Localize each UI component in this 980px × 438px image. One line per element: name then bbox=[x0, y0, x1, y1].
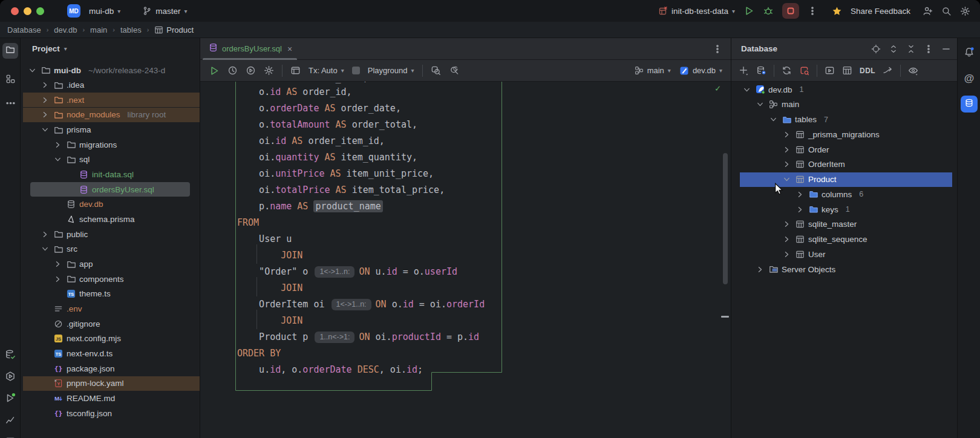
breadcrumb-item-database[interactable]: Database bbox=[7, 25, 41, 34]
share-feedback-link[interactable]: Share Feedback bbox=[851, 7, 910, 16]
chevron-right-icon[interactable] bbox=[53, 276, 63, 283]
add-user-button[interactable] bbox=[923, 6, 933, 16]
schema-selector[interactable]: main ▾ bbox=[635, 66, 671, 75]
project-item-theme-ts[interactable]: TStheme.ts bbox=[21, 287, 200, 301]
db-item-user[interactable]: User bbox=[731, 247, 957, 261]
close-window-button[interactable] bbox=[11, 7, 19, 15]
stop-button[interactable] bbox=[782, 3, 799, 19]
hide-panel-button[interactable] bbox=[941, 44, 951, 54]
chevron-right-icon[interactable] bbox=[782, 251, 792, 258]
db-item-sqlite-master[interactable]: sqlite_master bbox=[731, 217, 957, 232]
chevron-right-icon[interactable] bbox=[53, 261, 63, 267]
chevron-down-icon[interactable] bbox=[27, 67, 38, 74]
datasource-selector[interactable]: dev.db ▾ bbox=[679, 66, 722, 76]
expand-all-button[interactable] bbox=[889, 44, 898, 54]
structure-tool-button[interactable] bbox=[5, 74, 16, 87]
run-button[interactable] bbox=[743, 5, 754, 16]
db-item-sqlite-sequence[interactable]: sqlite_sequence bbox=[731, 232, 957, 247]
chevron-right-icon[interactable] bbox=[40, 231, 50, 238]
db-item-columns[interactable]: columns6 bbox=[731, 187, 957, 201]
debug-button[interactable] bbox=[763, 5, 774, 16]
chevron-down-icon[interactable] bbox=[782, 176, 792, 183]
notifications-bell-icon[interactable] bbox=[964, 47, 975, 60]
find-query-icon[interactable] bbox=[431, 65, 441, 76]
chevron-right-icon[interactable] bbox=[782, 161, 792, 168]
tx-mode-selector[interactable]: Tx: Auto ▾ bbox=[309, 66, 344, 75]
panel-options-button[interactable] bbox=[924, 44, 933, 54]
project-item-tsconfig-json[interactable]: {}tsconfig.json bbox=[21, 406, 200, 420]
project-item-public[interactable]: public bbox=[21, 227, 200, 241]
project-item-app[interactable]: app bbox=[21, 257, 200, 272]
chevron-down-icon[interactable]: ▾ bbox=[64, 45, 67, 52]
minimize-window-button[interactable] bbox=[24, 7, 31, 15]
breadcrumb-item-tables[interactable]: tables bbox=[120, 25, 142, 34]
database-tool-button[interactable] bbox=[5, 349, 16, 362]
in-editor-results-button[interactable] bbox=[290, 65, 301, 76]
db-item-order[interactable]: Order bbox=[731, 142, 957, 157]
chevron-right-icon[interactable] bbox=[795, 206, 805, 213]
chevron-down-icon[interactable] bbox=[755, 101, 765, 108]
settings-button[interactable] bbox=[960, 6, 970, 16]
db-item-dev-db[interactable]: dev.db1 bbox=[731, 82, 957, 97]
ddl-button[interactable]: DDL bbox=[860, 67, 875, 75]
project-item--idea[interactable]: .idea bbox=[21, 78, 200, 93]
sync-query-icon[interactable] bbox=[449, 65, 459, 76]
more-actions-button[interactable] bbox=[808, 6, 817, 16]
db-item-main[interactable]: main bbox=[731, 97, 957, 112]
db-item-product[interactable]: Product bbox=[731, 172, 957, 187]
breadcrumb-item-product[interactable]: Product bbox=[154, 25, 194, 34]
project-item-readme-md[interactable]: MREADME.md bbox=[21, 391, 200, 406]
chevron-right-icon[interactable] bbox=[40, 97, 50, 103]
jump-to-console-button[interactable] bbox=[825, 65, 835, 76]
db-item-keys[interactable]: keys1 bbox=[731, 202, 957, 217]
chevron-right-icon[interactable] bbox=[53, 142, 63, 148]
execute-button[interactable] bbox=[209, 65, 220, 76]
branch-widget[interactable]: master ▾ bbox=[142, 6, 187, 16]
profiler-tool-button[interactable] bbox=[5, 414, 16, 428]
chevron-down-icon[interactable] bbox=[768, 116, 779, 123]
project-item-dev-db[interactable]: dev.db bbox=[21, 197, 200, 212]
select-opened-element-button[interactable] bbox=[871, 44, 881, 54]
chevron-down-icon[interactable] bbox=[40, 126, 50, 133]
close-tab-icon[interactable]: × bbox=[287, 44, 292, 54]
project-item-src[interactable]: src bbox=[21, 242, 200, 257]
cancel-query-button[interactable] bbox=[352, 67, 360, 74]
project-item-init-data-sql[interactable]: init-data.sql bbox=[21, 168, 200, 182]
chevron-right-icon[interactable] bbox=[755, 266, 765, 273]
project-item-schema-prisma[interactable]: schema.prisma bbox=[21, 212, 200, 227]
ai-assistant-icon[interactable]: @ bbox=[964, 73, 975, 85]
more-tools-button[interactable] bbox=[5, 98, 16, 111]
tab-ordersByUser-sql[interactable]: ordersByUser.sql × bbox=[200, 38, 299, 60]
chevron-right-icon[interactable] bbox=[40, 111, 50, 118]
db-item-server-objects[interactable]: Server Objects bbox=[731, 262, 957, 276]
project-item-sql[interactable]: sql bbox=[21, 152, 200, 167]
project-widget[interactable]: MD mui-db ▾ bbox=[67, 4, 120, 18]
chevron-right-icon[interactable] bbox=[782, 221, 792, 227]
chevron-down-icon[interactable] bbox=[53, 156, 63, 163]
chevron-right-icon[interactable] bbox=[782, 146, 792, 153]
project-item-next-env-d-ts[interactable]: TSnext-env.d.ts bbox=[21, 347, 200, 361]
history-button[interactable] bbox=[227, 65, 238, 76]
run-tool-button[interactable] bbox=[5, 393, 16, 406]
disconnect-button[interactable] bbox=[799, 65, 809, 76]
chevron-down-icon[interactable] bbox=[40, 246, 50, 252]
project-item-node-modules[interactable]: node_moduleslibrary root bbox=[21, 108, 200, 122]
explain-plan-button[interactable] bbox=[246, 65, 256, 76]
project-item-prisma[interactable]: prisma bbox=[21, 123, 200, 137]
chevron-right-icon[interactable] bbox=[782, 131, 792, 138]
chevron-down-icon[interactable] bbox=[742, 87, 752, 93]
new-datasource-button[interactable] bbox=[739, 65, 749, 76]
zoom-window-button[interactable] bbox=[36, 7, 44, 15]
project-item-mui-db[interactable]: mui-db~/work/release-243-d bbox=[21, 63, 200, 77]
chevron-right-icon[interactable] bbox=[40, 82, 50, 88]
open-table-button[interactable] bbox=[842, 65, 852, 76]
project-item-package-json[interactable]: {}package.json bbox=[21, 361, 200, 376]
tab-options-button[interactable] bbox=[713, 44, 722, 54]
search-everywhere-button[interactable] bbox=[941, 6, 952, 16]
db-item--prisma-migrations[interactable]: _prisma_migrations bbox=[731, 127, 957, 142]
project-item-pnpm-lock-yaml[interactable]: Ypnpm-lock.yaml bbox=[21, 376, 200, 391]
chevron-right-icon[interactable] bbox=[782, 236, 792, 243]
chevron-right-icon[interactable] bbox=[795, 191, 805, 198]
playground-selector[interactable]: Playground ▾ bbox=[368, 66, 414, 75]
project-item-migrations[interactable]: migrations bbox=[21, 137, 200, 152]
